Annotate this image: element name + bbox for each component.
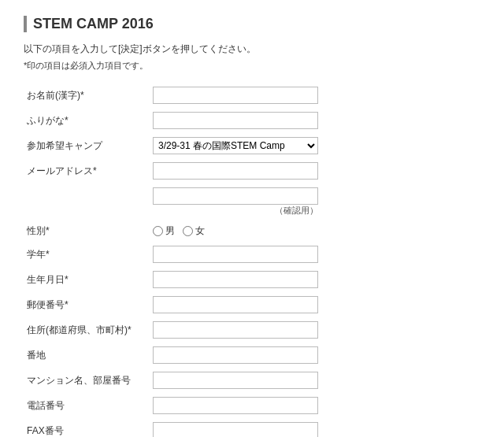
- field-label-address1: 住所(都道府県、市町村)*: [24, 317, 150, 343]
- email-input[interactable]: [153, 162, 318, 180]
- field-label-address2: 番地: [24, 343, 150, 368]
- field-cell-furigana: [150, 108, 480, 133]
- table-row: （確認用）: [24, 183, 480, 220]
- field-label-gender: 性別*: [24, 220, 150, 242]
- field-cell-email: [150, 158, 480, 183]
- address2-input[interactable]: [153, 346, 318, 364]
- field-cell-birthday: [150, 267, 480, 292]
- gender-radio-group: 男 女: [153, 224, 477, 238]
- field-label-phone: 電話番号: [24, 393, 150, 418]
- birthday-input[interactable]: [153, 271, 318, 288]
- page-title: STEM CAMP 2016: [24, 16, 480, 32]
- field-label-grade: 学年*: [24, 242, 150, 267]
- gender-male-text: 男: [165, 224, 175, 238]
- required-note: *印の項目は必須入力項目です。: [24, 60, 480, 72]
- field-label-furigana: ふりがな*: [24, 108, 150, 133]
- gender-male-radio[interactable]: [153, 226, 163, 236]
- grade-input[interactable]: [153, 246, 318, 263]
- name-kanji-input[interactable]: [153, 87, 318, 104]
- field-label-email-confirm: [24, 183, 150, 220]
- form-table: お名前(漢字)* ふりがな* 参加希望キャンプ 3/29-31 春の国際STEM…: [24, 83, 480, 437]
- table-row: メールアドレス*: [24, 158, 480, 183]
- field-cell-fax: [150, 418, 480, 437]
- field-label-camp: 参加希望キャンプ: [24, 133, 150, 158]
- field-label-fax: FAX番号: [24, 418, 150, 437]
- gender-female-text: 女: [195, 224, 205, 238]
- table-row: 学年*: [24, 242, 480, 267]
- field-label-building: マンション名、部屋番号: [24, 368, 150, 393]
- field-label-name-kanji: お名前(漢字)*: [24, 83, 150, 108]
- field-cell-camp: 3/29-31 春の国際STEM Camp: [150, 133, 480, 158]
- gender-male-label[interactable]: 男: [153, 224, 175, 238]
- field-cell-postal: [150, 292, 480, 317]
- field-cell-address2: [150, 343, 480, 368]
- email-confirm-input[interactable]: [153, 187, 318, 205]
- camp-select[interactable]: 3/29-31 春の国際STEM Camp: [153, 137, 318, 154]
- field-label-email: メールアドレス*: [24, 158, 150, 183]
- address1-input[interactable]: [153, 321, 318, 339]
- field-cell-address1: [150, 317, 480, 343]
- field-cell-grade: [150, 242, 480, 267]
- phone-input[interactable]: [153, 397, 318, 414]
- table-row: FAX番号: [24, 418, 480, 437]
- field-cell-phone: [150, 393, 480, 418]
- page-wrapper: STEM CAMP 2016 以下の項目を入力して[決定]ボタンを押してください…: [0, 0, 504, 437]
- building-input[interactable]: [153, 372, 318, 389]
- table-row: 性別* 男 女: [24, 220, 480, 242]
- field-label-postal: 郵便番号*: [24, 292, 150, 317]
- field-cell-name-kanji: [150, 83, 480, 108]
- table-row: 電話番号: [24, 393, 480, 418]
- gender-female-label[interactable]: 女: [183, 224, 205, 238]
- table-row: 生年月日*: [24, 267, 480, 292]
- table-row: 住所(都道府県、市町村)*: [24, 317, 480, 343]
- confirm-label: （確認用）: [153, 205, 318, 217]
- postal-input[interactable]: [153, 296, 318, 313]
- field-cell-email-confirm: （確認用）: [150, 183, 480, 220]
- field-cell-building: [150, 368, 480, 393]
- table-row: ふりがな*: [24, 108, 480, 133]
- gender-female-radio[interactable]: [183, 226, 193, 236]
- table-row: お名前(漢字)*: [24, 83, 480, 108]
- table-row: 番地: [24, 343, 480, 368]
- fax-input[interactable]: [153, 422, 318, 437]
- field-cell-gender: 男 女: [150, 220, 480, 242]
- table-row: マンション名、部屋番号: [24, 368, 480, 393]
- table-row: 郵便番号*: [24, 292, 480, 317]
- intro-line1: 以下の項目を入力して[決定]ボタンを押してください。: [24, 42, 480, 57]
- furigana-input[interactable]: [153, 112, 318, 129]
- table-row: 参加希望キャンプ 3/29-31 春の国際STEM Camp: [24, 133, 480, 158]
- field-label-birthday: 生年月日*: [24, 267, 150, 292]
